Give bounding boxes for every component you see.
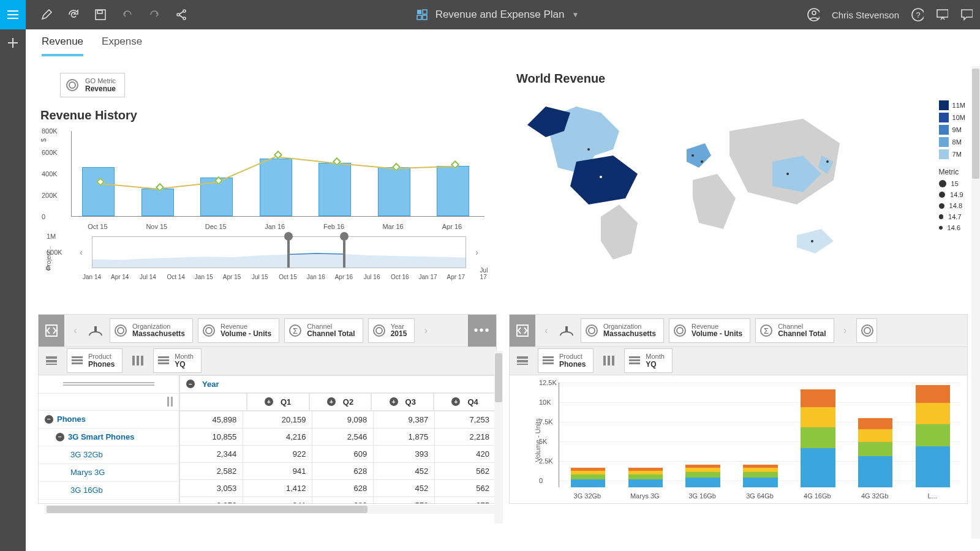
table-cell[interactable]: 2,546 — [312, 428, 374, 445]
year-header[interactable]: Year — [202, 380, 219, 389]
filter-pill[interactable]: OrganizationMassachusetts — [581, 318, 664, 343]
filter-next-button[interactable]: › — [837, 325, 854, 336]
edit-icon[interactable] — [40, 9, 53, 21]
data-table[interactable]: Phones3G Smart Phones3G 32GbMarys 3G3G 1… — [38, 375, 497, 504]
stacked-bar[interactable] — [916, 385, 950, 487]
quarter-header[interactable]: Q4 — [467, 397, 478, 407]
table-cell[interactable]: 45,898 — [180, 411, 243, 428]
table-cell[interactable]: 628 — [312, 479, 374, 497]
stacked-bar[interactable] — [628, 468, 663, 487]
datasource-button[interactable] — [39, 315, 64, 347]
more-options-button[interactable]: ••• — [468, 315, 496, 347]
table-cell[interactable]: 3,053 — [180, 479, 243, 497]
hamburger-menu-button[interactable] — [0, 0, 26, 29]
redo-icon[interactable] — [148, 9, 160, 21]
table-cell[interactable]: 628 — [312, 462, 374, 479]
context-icon[interactable] — [555, 320, 578, 341]
quarter-header[interactable]: Q1 — [281, 397, 291, 407]
subfilter-pill[interactable]: MonthYQ — [153, 348, 202, 373]
table-cell[interactable]: 452 — [374, 462, 435, 479]
expand-quarter-icon[interactable] — [327, 397, 336, 406]
quarter-header[interactable]: Q2 — [343, 397, 353, 407]
table-cell[interactable]: 941 — [243, 462, 312, 479]
filter-pill[interactable]: Year2015 — [368, 318, 415, 343]
table-cell[interactable]: 675 — [435, 497, 496, 503]
table-cell[interactable]: 922 — [243, 445, 312, 462]
table-cell[interactable]: 2,876 — [180, 497, 243, 503]
filter-pill[interactable]: ΣChannelChannel Total — [284, 318, 363, 343]
user-avatar-icon[interactable] — [807, 9, 820, 21]
expand-toggle-icon[interactable] — [56, 433, 64, 441]
table-cell[interactable]: 420 — [435, 445, 496, 462]
comment-icon[interactable] — [960, 9, 973, 21]
panel-scrollbar-horizontal[interactable] — [44, 505, 503, 514]
table-cell[interactable]: 10,855 — [180, 428, 243, 445]
workspace-title[interactable]: Revenue and Expense Plan — [435, 9, 565, 21]
datasource-button[interactable] — [510, 315, 535, 347]
range-handle[interactable] — [343, 238, 345, 268]
stacked-bar[interactable] — [858, 418, 892, 487]
expand-toggle-icon[interactable] — [45, 415, 53, 424]
table-scrollbar-vertical[interactable] — [494, 375, 497, 504]
expand-quarter-icon[interactable] — [451, 397, 460, 406]
table-cell[interactable]: 2,218 — [435, 428, 496, 445]
table-cell[interactable]: 452 — [374, 479, 435, 497]
table-row-header[interactable]: 3G Smart Phones — [39, 429, 179, 446]
filter-prev-button[interactable]: ‹ — [538, 325, 555, 336]
table-row-header[interactable]: 3G 64Gb — [39, 500, 179, 504]
expand-quarter-icon[interactable] — [265, 397, 273, 406]
filter-pill[interactable]: OrganizationMassachusetts — [110, 318, 193, 343]
table-cell[interactable]: 1,875 — [374, 428, 435, 445]
table-cell[interactable]: 4,216 — [243, 428, 312, 445]
world-map[interactable] — [509, 94, 876, 272]
revenue-history-chart[interactable]: 0200K400K600K800KOct 15Nov 15Dec 15Jan 1… — [71, 131, 484, 229]
undo-icon[interactable] — [121, 9, 134, 21]
quarter-header[interactable]: Q3 — [405, 397, 416, 407]
range-handle[interactable] — [287, 238, 290, 268]
subfilter-pill[interactable]: ProductPhones — [538, 348, 594, 373]
columns-layout-icon[interactable] — [596, 347, 622, 374]
metric-selector[interactable]: GO Metric Revenue — [60, 73, 125, 97]
table-cell[interactable]: 9,098 — [312, 411, 374, 428]
save-icon[interactable] — [94, 9, 107, 21]
table-cell[interactable]: 941 — [243, 497, 312, 503]
table-cell[interactable]: 562 — [435, 479, 496, 497]
user-name[interactable]: Chris Stevenson — [832, 10, 899, 20]
help-icon[interactable]: ? — [911, 9, 924, 21]
table-cell[interactable]: 609 — [312, 445, 374, 462]
subfilter-pill[interactable]: MonthYQ — [624, 348, 673, 373]
table-row-header[interactable]: 3G 32Gb — [39, 446, 179, 464]
filter-pill[interactable]: ΣChannelChannel Total — [755, 318, 834, 343]
table-cell[interactable]: 578 — [374, 497, 435, 503]
table-row-header[interactable]: Phones — [39, 411, 179, 429]
table-cell[interactable]: 7,253 — [435, 411, 496, 428]
add-sheet-button[interactable] — [0, 32, 26, 54]
table-cell[interactable]: 2,582 — [180, 462, 243, 479]
context-icon[interactable] — [84, 320, 107, 341]
filter-next-button[interactable]: › — [417, 325, 434, 336]
table-cell[interactable]: 562 — [435, 462, 496, 479]
filter-prev-button[interactable]: ‹ — [67, 325, 84, 336]
table-cell[interactable]: 393 — [374, 445, 435, 462]
stacked-bar[interactable] — [801, 389, 835, 487]
table-row-header[interactable]: 3G 16Gb — [39, 482, 179, 500]
tab-revenue[interactable]: Revenue — [42, 36, 83, 56]
table-cell[interactable]: 20,159 — [243, 411, 312, 428]
table-cell[interactable]: 2,344 — [180, 445, 243, 462]
stacked-bar-chart[interactable]: 02.5K5K7.5K10K12.5KVolume - Units3G 32Gb… — [509, 375, 968, 504]
stacked-bar[interactable] — [685, 465, 720, 487]
chevron-down-icon[interactable]: ▼ — [571, 10, 579, 19]
rows-layout-icon[interactable] — [39, 347, 64, 374]
subfilter-pill[interactable]: ProductPhones — [67, 348, 123, 373]
range-prev-button[interactable]: ‹ — [80, 247, 83, 257]
collapse-year-icon[interactable] — [186, 380, 195, 388]
share-icon[interactable] — [175, 9, 187, 21]
table-row-header[interactable]: Marys 3G — [39, 464, 179, 482]
presentation-icon[interactable] — [936, 9, 948, 21]
refresh-icon[interactable] — [67, 9, 80, 21]
stacked-bar[interactable] — [743, 465, 777, 487]
table-cell[interactable]: 1,412 — [243, 479, 312, 497]
stacked-bar[interactable] — [571, 468, 605, 487]
filter-pill[interactable] — [856, 318, 877, 343]
expand-quarter-icon[interactable] — [390, 397, 398, 406]
